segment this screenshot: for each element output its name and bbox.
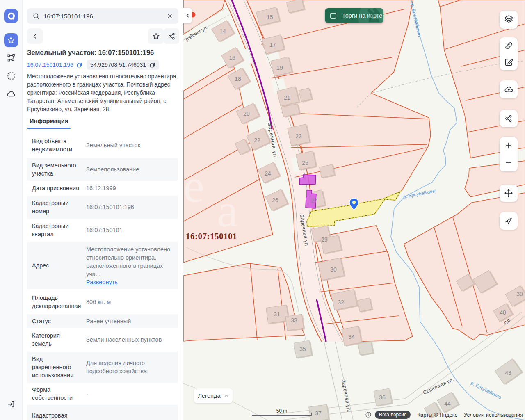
svg-text:17: 17: [269, 41, 276, 48]
svg-text:а: а: [217, 185, 238, 237]
svg-text:25: 25: [302, 160, 308, 166]
svg-text:39: 39: [516, 291, 523, 297]
svg-text:30: 30: [330, 266, 337, 273]
svg-text:е: е: [183, 160, 204, 212]
svg-text:18: 18: [235, 75, 241, 82]
svg-text:19: 19: [276, 64, 283, 71]
svg-text:15: 15: [267, 14, 273, 21]
svg-text:14: 14: [219, 28, 226, 34]
svg-text:35: 35: [299, 346, 306, 352]
svg-text:44: 44: [444, 400, 451, 407]
svg-text:34: 34: [348, 333, 355, 340]
svg-text:29: 29: [321, 236, 328, 243]
svg-text:33: 33: [291, 317, 297, 324]
svg-text:27: 27: [311, 197, 317, 204]
svg-text:43: 43: [505, 370, 511, 376]
svg-text:36: 36: [379, 394, 386, 401]
svg-text:32: 32: [338, 299, 344, 306]
svg-text:20: 20: [243, 110, 250, 117]
svg-text:40: 40: [500, 309, 506, 316]
svg-text:23: 23: [295, 133, 302, 139]
svg-text:22: 22: [254, 137, 260, 144]
svg-text:31: 31: [274, 311, 280, 317]
svg-text:37: 37: [315, 410, 322, 417]
svg-text:24: 24: [265, 170, 271, 177]
svg-text:16:07:150101: 16:07:150101: [186, 231, 237, 241]
svg-text:16: 16: [229, 55, 235, 61]
svg-text:21: 21: [284, 94, 290, 101]
svg-text:26: 26: [272, 197, 278, 203]
